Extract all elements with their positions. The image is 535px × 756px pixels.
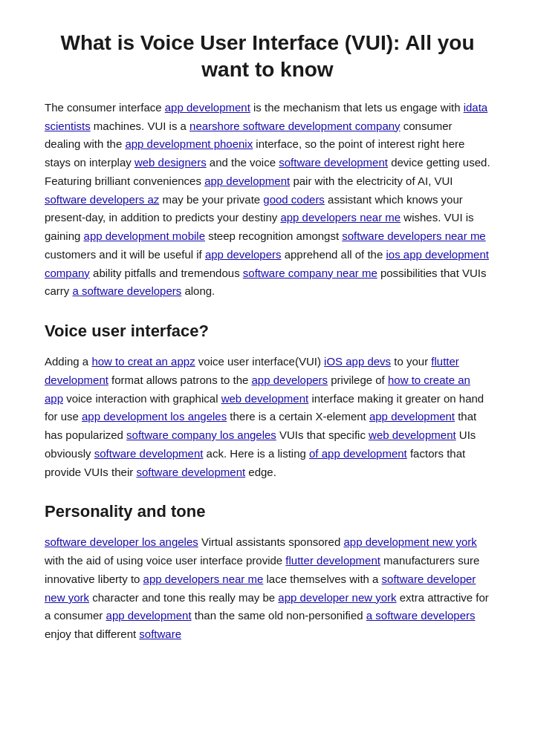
link-app-development[interactable]: app development <box>165 101 250 114</box>
section1-title: Voice user interface? <box>45 322 490 341</box>
link-software-development-2[interactable]: software development <box>94 447 204 460</box>
link-software-developers-az[interactable]: software developers az <box>45 193 159 206</box>
link-app-developers-near-me[interactable]: app developers near me <box>280 211 401 224</box>
link-app-developers-2[interactable]: app developers <box>252 374 328 386</box>
link-flutter-development-2[interactable]: flutter development <box>285 554 380 567</box>
link-app-development-2[interactable]: app development <box>204 175 290 187</box>
section1-paragraph: Adding a how to creat an appz voice user… <box>45 353 490 481</box>
link-software[interactable]: software <box>139 628 181 640</box>
link-app-development-phoenix[interactable]: app development phoenix <box>125 137 253 150</box>
link-app-development-mobile[interactable]: app development mobile <box>84 229 205 242</box>
link-app-development-new-york[interactable]: app development new york <box>343 535 476 548</box>
link-how-to-creat-an-appz[interactable]: how to creat an appz <box>91 355 195 368</box>
link-web-designers[interactable]: web designers <box>134 156 207 169</box>
link-a-software-developers-2[interactable]: a software developers <box>366 609 476 622</box>
link-a-software-developers[interactable]: a software developers <box>73 284 182 297</box>
section2-paragraph: software developer los angeles Virtual a… <box>45 533 490 644</box>
link-software-development-3[interactable]: software development <box>136 466 245 478</box>
link-app-developers-near-me-2[interactable]: app developers near me <box>143 573 264 585</box>
link-software-company-los-angeles[interactable]: software company los angeles <box>126 428 276 441</box>
link-app-developer-new-york[interactable]: app developer new york <box>278 591 396 604</box>
link-good-coders[interactable]: good coders <box>263 193 325 206</box>
link-software-company-near-me[interactable]: software company near me <box>243 267 377 279</box>
page-container: What is Voice User Interface (VUI): All … <box>0 0 535 688</box>
link-web-development-2[interactable]: web development <box>369 428 456 441</box>
intro-paragraph: The consumer interface app development i… <box>45 99 490 301</box>
section2-title: Personality and tone <box>45 502 490 521</box>
link-of-app-development[interactable]: of app development <box>309 447 407 460</box>
link-software-developers-near-me[interactable]: software developers near me <box>342 229 485 242</box>
link-software-developer-los-angeles[interactable]: software developer los angeles <box>45 535 198 548</box>
link-app-development-3[interactable]: app development <box>369 410 455 423</box>
link-app-developers[interactable]: app developers <box>205 248 282 261</box>
link-ios-app-devs[interactable]: iOS app devs <box>324 355 391 368</box>
link-app-development-los-angeles[interactable]: app development los angeles <box>82 410 227 423</box>
link-app-development-4[interactable]: app development <box>106 609 192 622</box>
link-software-development[interactable]: software development <box>279 156 388 169</box>
main-title: What is Voice User Interface (VUI): All … <box>45 30 490 84</box>
link-web-development[interactable]: web development <box>221 392 309 405</box>
link-nearshore-software[interactable]: nearshore software development company <box>189 120 401 132</box>
